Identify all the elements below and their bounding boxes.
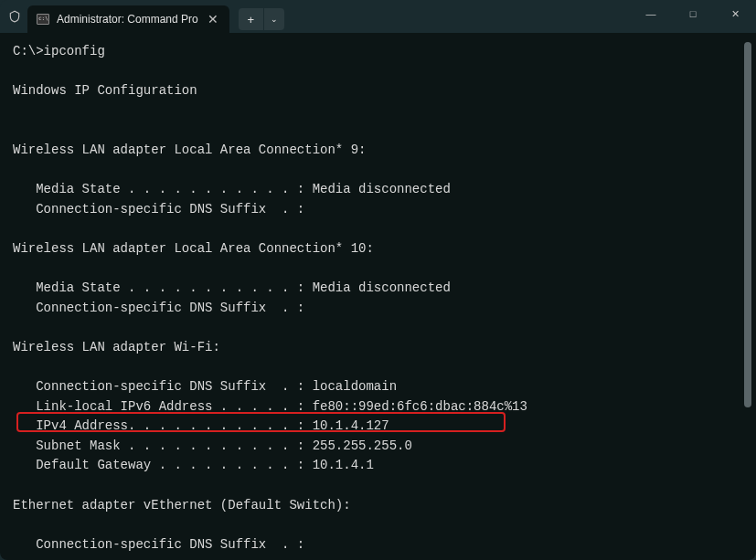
output-line: Connection-specific DNS Suffix . : — [13, 200, 743, 220]
scrollbar[interactable] — [743, 42, 752, 551]
output-line: Media State . . . . . . . . . . . : Medi… — [13, 180, 743, 200]
active-tab[interactable]: Administrator: Command Pro ✕ — [27, 5, 229, 33]
minimize-button[interactable]: — — [630, 0, 672, 27]
terminal-area[interactable]: C:\>ipconfigWindows IP ConfigurationWire… — [0, 33, 756, 560]
adapter-title: Ethernet adapter vEthernet (Default Swit… — [13, 496, 743, 516]
new-tab-group: + ⌄ — [239, 8, 284, 30]
close-window-button[interactable]: ✕ — [714, 0, 756, 27]
output-line: Link-local IPv6 Address . . . . . : fe80… — [13, 397, 743, 417]
new-tab-button[interactable]: + — [239, 8, 264, 30]
tab-dropdown-button[interactable]: ⌄ — [264, 8, 284, 30]
window-controls: — □ ✕ — [630, 0, 756, 33]
maximize-button[interactable]: □ — [672, 0, 714, 27]
terminal-content: C:\>ipconfigWindows IP ConfigurationWire… — [13, 42, 743, 551]
titlebar: Administrator: Command Pro ✕ + ⌄ — □ ✕ — [0, 0, 756, 33]
output-line: IPv4 Address. . . . . . . . . . . : 10.1… — [13, 417, 743, 437]
tab-title: Administrator: Command Pro — [57, 13, 198, 26]
output-line-gateway: Default Gateway . . . . . . . . . : 10.1… — [13, 456, 743, 476]
scrollbar-thumb[interactable] — [744, 42, 751, 407]
adapter-title: Wireless LAN adapter Local Area Connecti… — [13, 239, 743, 259]
close-tab-button[interactable]: ✕ — [206, 12, 220, 26]
output-header: Windows IP Configuration — [13, 81, 743, 101]
output-line: Subnet Mask . . . . . . . . . . . : 255.… — [13, 437, 743, 457]
adapter-title: Wireless LAN adapter Wi-Fi: — [13, 338, 743, 358]
output-line: Connection-specific DNS Suffix . : local… — [13, 377, 743, 397]
output-line: Connection-specific DNS Suffix . : — [13, 535, 743, 551]
output-line: Media State . . . . . . . . . . . : Medi… — [13, 279, 743, 299]
adapter-title: Wireless LAN adapter Local Area Connecti… — [13, 141, 743, 161]
prompt-line: C:\>ipconfig — [13, 42, 743, 62]
shield-icon — [7, 9, 22, 24]
cmd-icon — [37, 14, 49, 25]
output-line: Connection-specific DNS Suffix . : — [13, 299, 743, 319]
